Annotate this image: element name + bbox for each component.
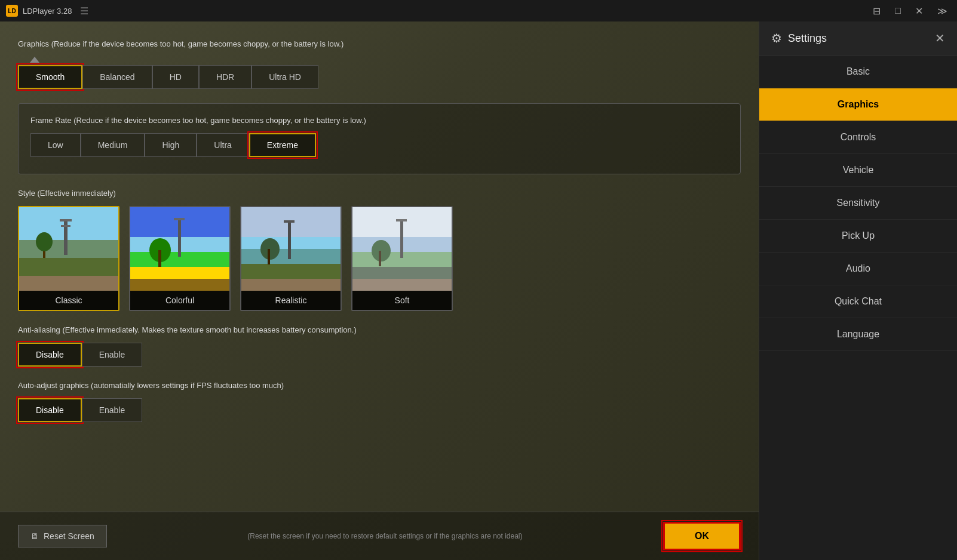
svg-rect-24 <box>284 220 295 223</box>
svg-rect-3 <box>19 276 119 291</box>
sidebar-item-sensitivity[interactable]: Sensitivity <box>759 187 957 220</box>
monitor-icon: 🖥 <box>30 531 39 541</box>
style-card-soft-img <box>352 207 453 291</box>
svg-point-8 <box>36 232 53 251</box>
style-card-colorful-img <box>130 207 231 291</box>
sidebar-title: ⚙ Settings <box>771 31 827 45</box>
style-card-realistic[interactable]: Realistic <box>240 206 342 311</box>
content-area: Graphics (Reduce if the device becomes t… <box>0 21 759 560</box>
sidebar: ⚙ Settings ✕ Basic Graphics Controls Veh… <box>759 21 957 560</box>
titlebar-left: LD LDPlayer 3.28 ☰ <box>6 5 88 17</box>
sidebar-item-language[interactable]: Language <box>759 318 957 351</box>
sidebar-close-icon[interactable]: ✕ <box>935 31 945 45</box>
svg-rect-13 <box>130 279 231 291</box>
graphics-quality-buttons: Smooth Balanced HD HDR Ultra HD <box>18 65 741 89</box>
quality-btn-hdr[interactable]: HDR <box>199 65 251 89</box>
sidebar-item-quickchat[interactable]: Quick Chat <box>759 285 957 318</box>
autoadjust-section: Auto-adjust graphics (automatially lower… <box>18 381 741 422</box>
aa-btn-disable[interactable]: Disable <box>18 343 82 367</box>
titlebar-maximize-btn[interactable]: □ <box>891 4 904 17</box>
graphics-quality-label: Graphics (Reduce if the device becomes t… <box>18 39 741 48</box>
titlebar-right: ⊟ □ ✕ ≫ <box>869 4 951 18</box>
titlebar-close-btn[interactable]: ✕ <box>912 4 927 18</box>
arrow-indicator <box>30 57 39 63</box>
reset-screen-label: Reset Screen <box>44 531 94 541</box>
settings-gear-icon: ⚙ <box>771 31 782 45</box>
style-card-soft-label: Soft <box>352 291 452 310</box>
framerate-btn-ultra[interactable]: Ultra <box>197 133 249 157</box>
sidebar-item-basic[interactable]: Basic <box>759 56 957 88</box>
quality-btn-smooth[interactable]: Smooth <box>18 65 82 89</box>
framerate-buttons: Low Medium High Ultra Extreme <box>30 133 728 157</box>
svg-rect-31 <box>352 279 453 291</box>
antialiasing-section: Anti-aliasing (Effective immediately. Ma… <box>18 325 741 367</box>
sidebar-item-audio[interactable]: Audio <box>759 253 957 285</box>
svg-rect-14 <box>178 218 181 257</box>
style-card-colorful[interactable]: Colorful <box>129 206 231 311</box>
svg-rect-35 <box>379 251 381 266</box>
svg-rect-32 <box>400 219 403 258</box>
style-card-colorful-label: Colorful <box>130 291 229 310</box>
sidebar-nav: Basic Graphics Controls Vehicle Sensitiv… <box>759 56 957 560</box>
titlebar-menu-icon[interactable]: ☰ <box>80 5 88 17</box>
style-cards: Classic <box>18 206 741 311</box>
svg-rect-1 <box>19 240 119 258</box>
autoadjust-buttons: Disable Enable <box>18 398 741 422</box>
svg-rect-15 <box>174 218 185 220</box>
framerate-btn-low[interactable]: Low <box>30 133 81 157</box>
graphics-quality-section: Graphics (Reduce if the device becomes t… <box>18 39 741 89</box>
framerate-section: Frame Rate (Reduce if the device becomes… <box>18 103 741 174</box>
bottom-hint: (Reset the screen if you need to restore… <box>107 532 663 540</box>
autoadjust-btn-enable[interactable]: Enable <box>82 398 143 422</box>
sidebar-item-vehicle[interactable]: Vehicle <box>759 154 957 187</box>
bottom-bar: 🖥 Reset Screen (Reset the screen if you … <box>0 512 759 560</box>
titlebar-title: LDPlayer 3.28 <box>23 7 72 16</box>
sidebar-item-graphics[interactable]: Graphics <box>759 88 957 121</box>
svg-rect-12 <box>130 267 231 279</box>
svg-rect-33 <box>396 219 407 221</box>
app-logo: LD <box>6 5 18 17</box>
antialiasing-label: Anti-aliasing (Effective immediately. Ma… <box>18 325 741 334</box>
autoadjust-label: Auto-adjust graphics (automatially lower… <box>18 381 741 390</box>
svg-rect-19 <box>241 237 342 249</box>
framerate-btn-high[interactable]: High <box>145 133 197 157</box>
svg-rect-26 <box>268 249 270 264</box>
svg-rect-23 <box>288 220 291 259</box>
quality-btn-balanced[interactable]: Balanced <box>82 65 152 89</box>
svg-rect-5 <box>60 219 72 221</box>
antialiasing-buttons: Disable Enable <box>18 343 741 367</box>
style-card-realistic-label: Realistic <box>241 291 341 310</box>
framerate-label: Frame Rate (Reduce if the device becomes… <box>30 116 728 125</box>
style-card-realistic-img <box>241 207 342 291</box>
framerate-btn-extreme[interactable]: Extreme <box>249 133 316 157</box>
titlebar-more-btn[interactable]: ≫ <box>934 4 951 18</box>
style-card-classic-img <box>19 207 119 291</box>
quality-btn-hd[interactable]: HD <box>152 65 199 89</box>
ok-button[interactable]: OK <box>663 522 741 550</box>
framerate-btn-medium[interactable]: Medium <box>81 133 145 157</box>
style-card-classic[interactable]: Classic <box>18 206 119 311</box>
svg-rect-0 <box>19 207 119 240</box>
svg-rect-17 <box>158 250 161 267</box>
svg-rect-22 <box>241 279 342 291</box>
style-label: Style (Effective immediately) <box>18 189 741 198</box>
titlebar: LD LDPlayer 3.28 ☰ ⊟ □ ✕ ≫ <box>0 0 957 21</box>
titlebar-minimize-btn[interactable]: ⊟ <box>869 4 884 18</box>
main-layout: Graphics (Reduce if the device becomes t… <box>0 21 957 560</box>
svg-rect-20 <box>241 249 342 264</box>
reset-screen-button[interactable]: 🖥 Reset Screen <box>18 525 107 547</box>
svg-rect-2 <box>19 258 119 276</box>
quality-btn-ultrahd[interactable]: Ultra HD <box>251 65 318 89</box>
sidebar-item-pickup[interactable]: Pick Up <box>759 220 957 253</box>
svg-rect-30 <box>352 267 453 279</box>
sidebar-header: ⚙ Settings ✕ <box>759 21 957 56</box>
sidebar-item-controls[interactable]: Controls <box>759 121 957 154</box>
style-card-classic-label: Classic <box>19 291 118 310</box>
style-section: Style (Effective immediately) <box>18 189 741 311</box>
sidebar-title-label: Settings <box>788 32 827 45</box>
svg-rect-21 <box>241 264 342 279</box>
style-card-soft[interactable]: Soft <box>351 206 453 311</box>
aa-btn-enable[interactable]: Enable <box>82 343 143 367</box>
svg-rect-6 <box>61 225 70 227</box>
autoadjust-btn-disable[interactable]: Disable <box>18 398 82 422</box>
